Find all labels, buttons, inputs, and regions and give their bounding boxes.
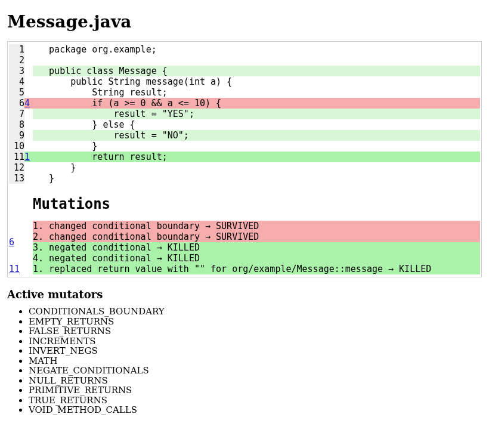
mutation-count-cell — [24, 141, 33, 152]
mutation-line-cell: 6 — [9, 221, 33, 264]
code-row: 12 } — [9, 162, 480, 173]
mutation-result: 2. changed conditional boundary → SURVIV… — [33, 231, 480, 242]
line-number: 8 — [9, 119, 24, 130]
line-number: 10 — [9, 141, 24, 152]
line-number: 5 — [9, 87, 24, 98]
line-number: 3 — [9, 66, 24, 76]
code-cell: } — [33, 173, 480, 184]
code-cell: if (a >= 0 && a <= 10) { — [33, 98, 480, 109]
mutation-count-cell — [24, 66, 33, 76]
mutation-count-link[interactable]: 1 — [24, 152, 30, 162]
code-row: 5 String result; — [9, 87, 480, 98]
line-number: 12 — [9, 162, 24, 173]
mutation-result: 4. negated conditional → KILLED — [33, 253, 480, 264]
mutation-details-cell: 1. changed conditional boundary → SURVIV… — [33, 221, 480, 264]
mutation-count-cell — [24, 173, 33, 184]
line-number: 6 — [9, 98, 24, 109]
code-row: 111 return result; — [9, 152, 480, 162]
code-row: 9 result = "NO"; — [9, 130, 480, 141]
mutator-item: INVERT_NEGS — [29, 346, 482, 356]
code-row: 2 — [9, 55, 480, 66]
mutator-item: VOID_METHOD_CALLS — [29, 405, 482, 415]
code-row: 4 public String message(int a) { — [9, 76, 480, 87]
mutation-count-link[interactable]: 4 — [24, 98, 30, 109]
mutations-table: 61. changed conditional boundary → SURVI… — [9, 221, 480, 274]
line-number: 13 — [9, 173, 24, 184]
code-cell — [33, 55, 480, 66]
code-row: 8 } else { — [9, 119, 480, 130]
mutation-count-cell: 4 — [24, 98, 33, 109]
line-number: 7 — [9, 109, 24, 119]
line-number: 9 — [9, 130, 24, 141]
mutation-group-row: 111. replaced return value with "" for o… — [9, 264, 480, 274]
line-number: 4 — [9, 76, 24, 87]
mutator-item: EMPTY_RETURNS — [29, 317, 482, 327]
code-cell: package org.example; — [33, 44, 480, 55]
mutation-result: 3. negated conditional → KILLED — [33, 242, 480, 253]
mutator-item: MATH — [29, 356, 482, 366]
code-cell: public class Message { — [33, 66, 480, 76]
mutation-group-row: 61. changed conditional boundary → SURVI… — [9, 221, 480, 264]
mutations-heading: Mutations — [33, 196, 480, 212]
code-cell: } — [33, 162, 480, 173]
report-box: 1 package org.example;2 3 public class M… — [7, 41, 482, 277]
line-number: 11 — [9, 152, 24, 162]
code-row: 3 public class Message { — [9, 66, 480, 76]
code-row: 1 package org.example; — [9, 44, 480, 55]
mutation-count-cell — [24, 76, 33, 87]
mutation-result: 1. replaced return value with "" for org… — [33, 264, 480, 274]
mutation-line-link[interactable]: 11 — [9, 264, 20, 274]
code-row: 7 result = "YES"; — [9, 109, 480, 119]
mutator-item: NULL_RETURNS — [29, 376, 482, 386]
code-row: 10 } — [9, 141, 480, 152]
line-number: 2 — [9, 55, 24, 66]
active-mutators-heading: Active mutators — [7, 288, 482, 301]
mutator-item: FALSE_RETURNS — [29, 326, 482, 336]
code-cell: } — [33, 141, 480, 152]
mutation-line-cell: 11 — [9, 264, 33, 274]
code-row: 64 if (a >= 0 && a <= 10) { — [9, 98, 480, 109]
mutator-item: INCREMENTS — [29, 336, 482, 347]
source-code-table: 1 package org.example;2 3 public class M… — [9, 44, 480, 184]
mutation-count-cell — [24, 87, 33, 98]
code-cell: String result; — [33, 87, 480, 98]
line-number: 1 — [9, 44, 24, 55]
mutation-count-cell: 1 — [24, 152, 33, 162]
mutation-count-cell — [24, 119, 33, 130]
mutation-details-cell: 1. replaced return value with "" for org… — [33, 264, 480, 274]
mutator-item: TRUE_RETURNS — [29, 396, 482, 406]
mutator-item: NEGATE_CONDITIONALS — [29, 366, 482, 376]
code-row: 13 } — [9, 173, 480, 184]
mutation-count-cell — [24, 109, 33, 119]
mutation-count-cell — [24, 55, 33, 66]
mutation-result: 1. changed conditional boundary → SURVIV… — [33, 221, 480, 231]
code-cell: result = "NO"; — [33, 130, 480, 141]
mutation-count-cell — [24, 44, 33, 55]
active-mutators-list: CONDITIONALS_BOUNDARYEMPTY_RETURNSFALSE_… — [7, 307, 482, 415]
mutation-count-cell — [24, 130, 33, 141]
mutator-item: PRIMITIVE_RETURNS — [29, 385, 482, 396]
mutation-count-cell — [24, 162, 33, 173]
code-cell: public String message(int a) { — [33, 76, 480, 87]
page-title: Message.java — [7, 12, 482, 32]
code-cell: } else { — [33, 119, 480, 130]
code-cell: result = "YES"; — [33, 109, 480, 119]
code-cell: return result; — [33, 152, 480, 162]
mutator-item: CONDITIONALS_BOUNDARY — [29, 307, 482, 317]
mutation-line-link[interactable]: 6 — [9, 237, 14, 248]
